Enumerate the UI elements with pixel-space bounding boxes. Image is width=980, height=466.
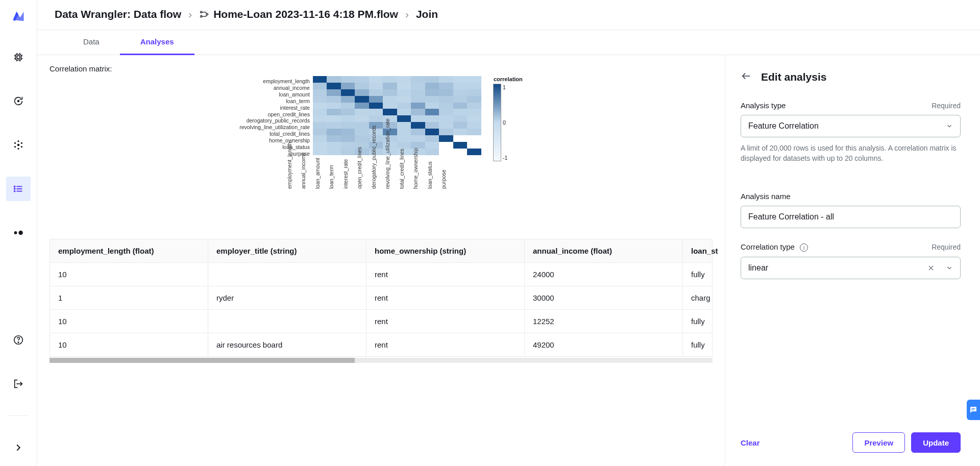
heatmap-cell	[313, 89, 327, 96]
heatmap-cell	[453, 76, 468, 83]
tab-analyses[interactable]: Analyses	[120, 30, 194, 55]
edit-analysis-panel: Edit analysis Analysis type Required Fea…	[725, 55, 980, 466]
table-row[interactable]: 10air resources boardrent49200fully	[50, 333, 712, 357]
y-axis-label: interest_rate	[280, 105, 310, 111]
heatmap-cell	[397, 115, 411, 122]
clear-x-icon[interactable]	[927, 264, 935, 272]
heatmap-cell	[467, 103, 481, 109]
heatmap-cell	[327, 76, 341, 83]
heatmap-cell	[439, 109, 453, 115]
heatmap-cell	[327, 89, 341, 96]
heatmap-cell	[341, 129, 355, 135]
table-cell: 10	[50, 263, 208, 286]
back-arrow-icon[interactable]	[741, 70, 752, 84]
tab-data[interactable]: Data	[63, 30, 120, 55]
svg-point-13	[21, 142, 22, 144]
tabs: Data Analyses	[37, 30, 980, 55]
heatmap-cell	[467, 109, 481, 115]
heatmap-cell	[439, 89, 453, 96]
svg-point-11	[17, 144, 20, 146]
update-button[interactable]: Update	[911, 432, 961, 453]
y-axis-label: employment_length	[263, 78, 310, 85]
svg-point-12	[17, 140, 19, 142]
heatmap-cell	[369, 83, 383, 89]
nav-processor-icon[interactable]	[6, 45, 31, 69]
heatmap-cell	[327, 129, 341, 135]
correlation-type-select[interactable]: linear	[741, 257, 961, 279]
heatmap-cell	[327, 109, 341, 115]
legend-tick-lo: -1	[503, 155, 507, 161]
nav-help-icon[interactable]	[6, 328, 31, 352]
y-axis-label: derogatory_public_records	[247, 117, 310, 124]
column-header[interactable]: annual_income (float)	[525, 239, 683, 262]
table-row[interactable]: 1ryderrent30000charg	[50, 286, 712, 310]
analysis-name-input[interactable]: Feature Correlation - all	[741, 206, 961, 228]
clear-button[interactable]: Clear	[741, 438, 760, 447]
heatmap-cell	[397, 142, 411, 149]
heatmap-cell	[313, 83, 327, 89]
legend-bar	[494, 84, 501, 161]
nav-logout-icon[interactable]	[6, 372, 31, 396]
horizontal-scrollbar[interactable]	[50, 358, 713, 363]
column-header[interactable]: home_ownership (string)	[366, 239, 525, 262]
heatmap-cell	[327, 96, 341, 103]
nav-graph-icon[interactable]	[6, 133, 31, 157]
heatmap-cell	[411, 103, 425, 109]
heatmap-cell	[355, 83, 369, 89]
breadcrumb-root[interactable]: Data Wrangler: Data flow	[55, 8, 181, 20]
heatmap-cell	[383, 109, 397, 115]
table-row[interactable]: 10rent24000fully	[50, 263, 712, 286]
heatmap-cell	[397, 103, 411, 109]
heatmap-cell	[425, 129, 439, 135]
heatmap-cell	[467, 76, 481, 83]
nav-refresh-icon[interactable]	[6, 89, 31, 113]
correlation-type-value: linear	[748, 263, 768, 273]
column-header[interactable]: employment_length (float)	[50, 239, 208, 262]
y-axis-label: loan_amount	[279, 91, 310, 98]
legend-title: correlation	[494, 76, 523, 82]
chevron-right-icon: ›	[405, 8, 409, 20]
table-cell	[208, 310, 366, 333]
heatmap-cell	[369, 103, 383, 109]
svg-point-25	[18, 231, 22, 235]
heatmap-cell	[327, 115, 341, 122]
heatmap-cell	[453, 122, 468, 129]
heatmap-cell	[355, 122, 369, 129]
x-axis-label: purpose	[440, 175, 502, 189]
nav-dots-icon[interactable]	[6, 220, 31, 245]
heatmap-cell	[355, 109, 369, 115]
nav-list-icon[interactable]	[6, 177, 31, 201]
breadcrumb-file[interactable]: Home-Loan 2023-11-16 4:18 PM.flow	[199, 8, 398, 20]
analysis-type-select[interactable]: Feature Correlation	[741, 115, 961, 137]
heatmap-cell	[355, 76, 369, 83]
heatmap-cell	[313, 122, 327, 129]
table-cell: 24000	[525, 263, 683, 286]
heatmap-cell	[411, 135, 425, 142]
info-icon[interactable]: i	[800, 243, 808, 252]
preview-button[interactable]: Preview	[852, 432, 905, 453]
table-row[interactable]: 10rent12252fully	[50, 310, 712, 333]
heatmap-cell	[411, 115, 425, 122]
main-area: Data Wrangler: Data flow › Home-Loan 202…	[37, 0, 980, 466]
analysis-type-value: Feature Correlation	[748, 121, 819, 131]
chat-bubble-icon[interactable]	[967, 400, 980, 420]
heatmap-cell	[397, 89, 411, 96]
svg-point-16	[14, 146, 16, 148]
heatmap-cell	[383, 96, 397, 103]
heatmap-cell	[383, 103, 397, 109]
heatmap-cell	[341, 109, 355, 115]
panel-title: Edit analysis	[761, 71, 826, 83]
breadcrumb: Data Wrangler: Data flow › Home-Loan 202…	[55, 8, 980, 20]
column-header[interactable]: employer_title (string)	[208, 239, 366, 262]
heatmap-cell	[327, 83, 341, 89]
required-tag: Required	[932, 243, 961, 251]
nav-expand-icon[interactable]	[6, 435, 31, 460]
heatmap-cell	[467, 89, 481, 96]
table-cell: rent	[366, 263, 525, 286]
svg-point-10	[18, 101, 19, 102]
heatmap-cell	[355, 89, 369, 96]
column-header[interactable]: loan_st	[683, 239, 719, 262]
heatmap-cell	[425, 103, 439, 109]
y-axis-label: open_credit_lines	[268, 111, 310, 118]
heatmap-cell	[411, 83, 425, 89]
